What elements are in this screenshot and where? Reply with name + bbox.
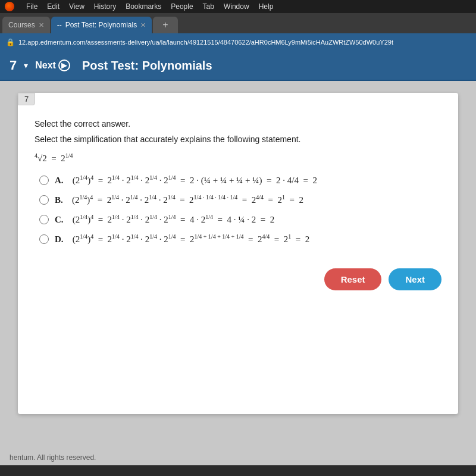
tab-courses-label: Courses bbox=[8, 21, 35, 29]
menu-file[interactable]: File bbox=[26, 2, 37, 11]
radio-d[interactable] bbox=[39, 234, 49, 244]
menu-history[interactable]: History bbox=[94, 2, 116, 11]
lock-icon: 🔒 bbox=[6, 38, 15, 46]
page-title: Post Test: Polynomials bbox=[82, 59, 212, 73]
next-circle-icon: ▶ bbox=[58, 60, 70, 71]
tab-post-test-close[interactable]: ✕ bbox=[140, 21, 146, 29]
menu-help[interactable]: Help bbox=[259, 2, 274, 11]
url-text[interactable]: 12.app.edmentum.com/assessments-delivery… bbox=[18, 39, 470, 46]
option-b-label: B. (21/4)4 = 21/4 · 21/4 · 21/4 · 21/4 =… bbox=[55, 194, 303, 205]
tab-post-test-label: Post Test: Polynomials bbox=[65, 21, 137, 29]
tab-post-test[interactable]: -- Post Test: Polynomials ✕ bbox=[51, 17, 152, 33]
new-tab-button[interactable]: + bbox=[153, 17, 177, 33]
tab-courses[interactable]: Courses ✕ bbox=[2, 17, 50, 33]
chevron-down-icon[interactable]: ▾ bbox=[24, 61, 28, 70]
radio-a[interactable] bbox=[39, 176, 49, 185]
math-statement-expr: 4√2 = 21/4 bbox=[35, 152, 73, 164]
math-statement: 4√2 = 21/4 bbox=[35, 152, 441, 164]
menu-view[interactable]: View bbox=[69, 2, 84, 11]
tab-post-test-dash: -- bbox=[57, 21, 62, 29]
address-bar: 🔒 12.app.edmentum.com/assessments-delive… bbox=[0, 33, 476, 51]
option-d-label: D. (21/4)4 = 21/4 · 21/4 · 21/4 · 21/4 =… bbox=[55, 233, 309, 245]
tab-courses-close[interactable]: ✕ bbox=[39, 21, 44, 29]
main-content: 7 Select the correct answer. Select the … bbox=[0, 81, 476, 450]
options-list: A. (21/4)4 = 21/4 · 21/4 · 21/4 · 21/4 =… bbox=[39, 174, 441, 245]
footer-text: hentum. All rights reserved. bbox=[10, 453, 96, 462]
option-a[interactable]: A. (21/4)4 = 21/4 · 21/4 · 21/4 · 21/4 =… bbox=[39, 174, 441, 186]
question-text: Select the simplification that accuratel… bbox=[35, 134, 441, 144]
next-button[interactable]: Next bbox=[389, 268, 441, 290]
reset-button[interactable]: Reset bbox=[324, 268, 382, 290]
option-c-label: C. (21/4)4 = 21/4 · 21/4 · 21/4 · 21/4 =… bbox=[55, 214, 274, 225]
menu-bookmarks[interactable]: Bookmarks bbox=[126, 2, 161, 11]
question-number-header: 7 bbox=[10, 58, 17, 73]
option-a-label: A. (21/4)4 = 21/4 · 21/4 · 21/4 · 21/4 =… bbox=[55, 174, 317, 186]
option-d[interactable]: D. (21/4)4 = 21/4 · 21/4 · 21/4 · 21/4 =… bbox=[39, 233, 441, 245]
question-number-badge: 7 bbox=[18, 93, 35, 105]
option-c[interactable]: C. (21/4)4 = 21/4 · 21/4 · 21/4 · 21/4 =… bbox=[39, 214, 441, 225]
menu-tab[interactable]: Tab bbox=[203, 2, 214, 11]
menu-people[interactable]: People bbox=[171, 2, 193, 11]
browser-icon bbox=[5, 2, 14, 11]
radio-c[interactable] bbox=[39, 215, 49, 224]
menu-bar: File Edit View History Bookmarks People … bbox=[0, 0, 476, 13]
app-header: 7 ▾ Next ▶ Post Test: Polynomials bbox=[0, 51, 476, 81]
plus-icon: + bbox=[159, 20, 171, 30]
menu-edit[interactable]: Edit bbox=[47, 2, 60, 11]
menu-window[interactable]: Window bbox=[224, 2, 249, 11]
option-b[interactable]: B. (21/4)4 = 21/4 · 21/4 · 21/4 · 21/4 =… bbox=[39, 194, 441, 205]
action-buttons: Reset Next bbox=[35, 262, 441, 290]
next-button-header[interactable]: Next ▶ bbox=[35, 60, 70, 71]
radio-b[interactable] bbox=[39, 195, 49, 205]
next-label-header: Next bbox=[35, 60, 56, 71]
tab-bar: Courses ✕ -- Post Test: Polynomials ✕ + bbox=[0, 13, 476, 33]
instruction-text: Select the correct answer. bbox=[35, 119, 441, 129]
question-card: 7 Select the correct answer. Select the … bbox=[18, 93, 458, 414]
footer: hentum. All rights reserved. bbox=[0, 450, 476, 465]
